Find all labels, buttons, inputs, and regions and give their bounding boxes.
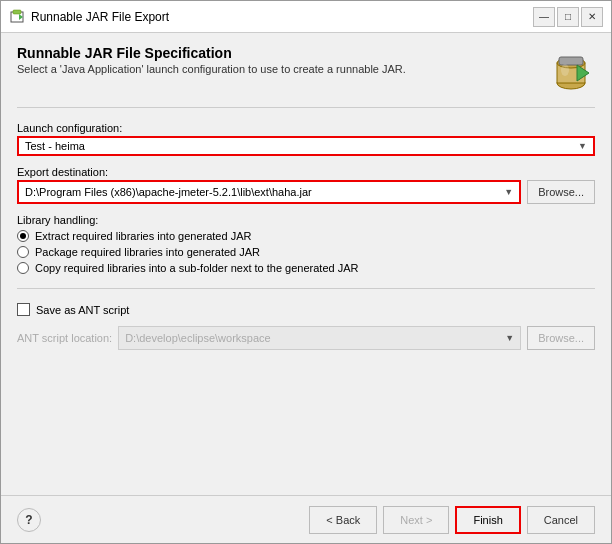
ant-location-group: ANT script location: D:\develop\eclipse\… (17, 326, 595, 350)
launch-config-group: Launch configuration: Test - heima ▼ (17, 122, 595, 156)
library-handling-label: Library handling: (17, 214, 595, 226)
ant-location-label: ANT script location: (17, 332, 112, 344)
radio-copy[interactable]: Copy required libraries into a sub-folde… (17, 262, 595, 274)
dialog-content: Runnable JAR File Specification Select a… (1, 33, 611, 495)
cancel-button[interactable]: Cancel (527, 506, 595, 534)
footer-left: ? (17, 508, 41, 532)
window-controls: — □ ✕ (533, 7, 603, 27)
window-icon (9, 9, 25, 25)
ant-location-row: ANT script location: D:\develop\eclipse\… (17, 326, 595, 350)
dialog-footer: ? < Back Next > Finish Cancel (1, 495, 611, 543)
main-window: Runnable JAR File Export — □ ✕ Runnable … (0, 0, 612, 544)
radio-extract[interactable]: Extract required libraries into generate… (17, 230, 595, 242)
radio-package[interactable]: Package required libraries into generate… (17, 246, 595, 258)
radio-copy-label: Copy required libraries into a sub-folde… (35, 262, 358, 274)
header-divider (17, 107, 595, 108)
maximize-button[interactable]: □ (557, 7, 579, 27)
launch-config-arrow: ▼ (578, 141, 587, 151)
radio-copy-input[interactable] (17, 262, 29, 274)
dialog-header: Runnable JAR File Specification Select a… (17, 45, 595, 93)
jar-icon (547, 45, 595, 93)
section-divider (17, 288, 595, 289)
radio-package-input[interactable] (17, 246, 29, 258)
svg-rect-6 (559, 57, 583, 65)
svg-marker-2 (19, 14, 23, 20)
save-ant-label: Save as ANT script (36, 304, 129, 316)
ant-location-value: D:\develop\eclipse\workspace (125, 332, 271, 344)
export-dest-arrow: ▼ (504, 187, 513, 197)
export-dest-value: D:\Program Files (x86)\apache-jmeter-5.2… (25, 186, 312, 198)
launch-config-value: Test - heima (25, 140, 85, 152)
export-dest-group: Export destination: D:\Program Files (x8… (17, 166, 595, 204)
dialog-description: Select a 'Java Application' launch confi… (17, 63, 406, 75)
ant-location-arrow: ▼ (505, 333, 514, 343)
title-bar: Runnable JAR File Export — □ ✕ (1, 1, 611, 33)
export-dest-row: D:\Program Files (x86)\apache-jmeter-5.2… (17, 180, 595, 204)
header-text: Runnable JAR File Specification Select a… (17, 45, 406, 75)
export-dest-input[interactable]: D:\Program Files (x86)\apache-jmeter-5.2… (17, 180, 521, 204)
footer-right: < Back Next > Finish Cancel (309, 506, 595, 534)
export-dest-browse-button[interactable]: Browse... (527, 180, 595, 204)
minimize-button[interactable]: — (533, 7, 555, 27)
dialog-title: Runnable JAR File Specification (17, 45, 406, 61)
save-ant-checkbox[interactable] (17, 303, 30, 316)
svg-rect-1 (13, 10, 21, 14)
help-button[interactable]: ? (17, 508, 41, 532)
library-handling-group: Library handling: Extract required libra… (17, 214, 595, 274)
export-dest-label: Export destination: (17, 166, 595, 178)
svg-point-8 (561, 64, 569, 76)
ant-location-browse-button: Browse... (527, 326, 595, 350)
radio-package-label: Package required libraries into generate… (35, 246, 260, 258)
close-button[interactable]: ✕ (581, 7, 603, 27)
back-button[interactable]: < Back (309, 506, 377, 534)
launch-config-label: Launch configuration: (17, 122, 595, 134)
radio-extract-input[interactable] (17, 230, 29, 242)
next-button[interactable]: Next > (383, 506, 449, 534)
ant-location-input: D:\develop\eclipse\workspace ▼ (118, 326, 521, 350)
window-title: Runnable JAR File Export (31, 10, 533, 24)
finish-button[interactable]: Finish (455, 506, 520, 534)
launch-config-select[interactable]: Test - heima ▼ (17, 136, 595, 156)
save-ant-row[interactable]: Save as ANT script (17, 303, 595, 316)
radio-extract-label: Extract required libraries into generate… (35, 230, 251, 242)
